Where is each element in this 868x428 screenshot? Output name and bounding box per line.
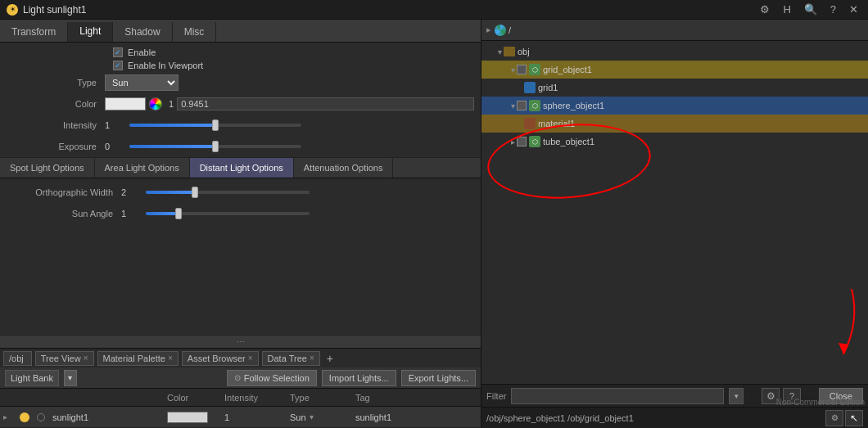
material1-label: material1	[538, 119, 575, 128]
tab-light[interactable]: Light	[68, 22, 113, 42]
bottom-tab-tree[interactable]: Tree View ×	[35, 351, 94, 366]
filter-label: Filter	[486, 391, 506, 401]
h-icon[interactable]: H	[780, 2, 793, 17]
close-data-tab[interactable]: ×	[310, 354, 314, 363]
search-icon[interactable]: 🔍	[801, 2, 821, 17]
path-text: /obj/sphere_object1 /obj/grid_object1	[486, 413, 825, 423]
ortho-width-label: Orthographic Width	[7, 187, 121, 197]
tab-transform[interactable]: Transform	[0, 22, 68, 42]
path-cursor-btn[interactable]: ↖	[845, 410, 863, 426]
exposure-slider[interactable]	[129, 145, 301, 148]
path-action-btn1[interactable]: ⚙	[825, 410, 843, 426]
light-bank-arrow[interactable]: ▾	[64, 370, 77, 386]
bottom-tab-material-label: Material Palette	[103, 354, 165, 363]
close-asset-tab[interactable]: ×	[248, 354, 253, 363]
grid-obj-label: grid_object1	[543, 65, 592, 74]
tree-item-grid-object1[interactable]: ▾ ⬡ grid_object1	[481, 61, 868, 79]
color-row: Color 1 0.9451	[7, 95, 474, 113]
tree-item-sphere-object1[interactable]: ▾ ⬡ sphere_object1	[481, 97, 868, 115]
sub-tab-distant[interactable]: Distant Light Options	[190, 158, 294, 178]
follow-selection-btn[interactable]: ⊙ Follow Selection	[227, 370, 317, 386]
sphere-obj-checkbox	[517, 101, 527, 110]
tree-item-grid1[interactable]: grid1	[481, 79, 868, 97]
enable-viewport-label: Enable In Viewport	[128, 61, 203, 70]
title-text: Light sunlight1	[23, 4, 86, 16]
export-lights-btn[interactable]: Export Lights...	[401, 370, 476, 386]
expand-handle[interactable]: ⋯	[237, 337, 245, 346]
type-select[interactable]: Sun Point Spot Area	[105, 74, 179, 91]
tab-misc[interactable]: Misc	[173, 22, 217, 42]
import-lights-btn[interactable]: Import Lights...	[322, 370, 396, 386]
close-tree-tab[interactable]: ×	[84, 354, 88, 363]
sub-tab-spot[interactable]: Spot Light Options	[0, 158, 95, 178]
close-icon[interactable]: ✕	[846, 2, 861, 17]
tube-obj-label: tube_object1	[543, 137, 594, 146]
sun-angle-row: Sun Angle 1	[7, 205, 474, 223]
breadcrumb-collapse-icon[interactable]: ▸	[486, 25, 491, 35]
bottom-tab-data[interactable]: Data Tree ×	[262, 351, 320, 366]
tree-item-obj[interactable]: ▾ obj	[481, 43, 868, 61]
sphere-obj-arrow: ▾	[511, 101, 515, 110]
grid-obj-checkbox	[517, 65, 527, 74]
intensity-label: Intensity	[7, 120, 105, 130]
enable-viewport-checkbox[interactable]	[113, 61, 123, 70]
color-wheel[interactable]	[149, 97, 162, 110]
bottom-tab-asset[interactable]: Asset Browser ×	[182, 351, 259, 366]
color-num: 1	[169, 99, 174, 109]
tree-item-tube-object1[interactable]: ▸ ⬡ tube_object1	[481, 133, 868, 151]
light-bank-label: Light Bank	[5, 370, 59, 386]
light-list-header: Color Intensity Type Tag	[0, 389, 481, 407]
tree-item-material1[interactable]: material1	[481, 115, 868, 133]
col-tag-header: Tag	[352, 393, 481, 403]
sun-angle-val: 1	[121, 209, 138, 219]
list-circle	[33, 413, 49, 421]
close-material-tab[interactable]: ×	[168, 354, 173, 363]
light-list-row[interactable]: ▸ sunlight1 1 Sun ▾ sunlight1	[0, 407, 481, 428]
help-icon[interactable]: ?	[827, 2, 839, 17]
color-swatch[interactable]	[105, 97, 146, 110]
sun-angle-label: Sun Angle	[7, 209, 121, 219]
light-color-box	[167, 412, 208, 423]
light-circle-icon	[37, 413, 45, 421]
bottom-tab-material[interactable]: Material Palette ×	[97, 351, 179, 366]
grid1-label: grid1	[538, 83, 558, 92]
ortho-width-slider[interactable]	[146, 191, 310, 194]
sphere-obj-label: sphere_object1	[543, 101, 604, 110]
exposure-row: Exposure 0	[7, 137, 474, 155]
tube-obj-icon: ⬡	[529, 136, 540, 147]
light-name-cell: sunlight1	[49, 412, 164, 422]
type-arrow[interactable]: ▾	[310, 412, 314, 421]
light-color-cell	[164, 412, 221, 423]
bottom-tab-data-label: Data Tree	[268, 354, 307, 363]
light-intensity-cell: 1	[221, 412, 287, 422]
tube-obj-checkbox	[517, 137, 527, 146]
sub-tab-attenuation[interactable]: Attenuation Options	[294, 158, 394, 178]
sub-tab-area[interactable]: Area Light Options	[95, 158, 190, 178]
sun-angle-slider[interactable]	[146, 212, 310, 215]
light-type-cell: Sun ▾	[287, 412, 352, 422]
enable-checkbox[interactable]	[113, 47, 123, 57]
ortho-width-val: 2	[121, 187, 138, 197]
color-label: Color	[7, 99, 105, 109]
list-status-icon	[16, 412, 33, 422]
filter-input[interactable]	[511, 388, 724, 404]
follow-icon: ⊙	[234, 373, 241, 382]
settings-icon[interactable]: ⚙	[757, 2, 773, 17]
scene-tree: ▾ obj ▾ ⬡ grid_object1	[481, 41, 868, 384]
intensity-row: Intensity 1	[7, 116, 474, 134]
col-color-header: Color	[164, 393, 221, 403]
sphere-obj-icon: ⬡	[529, 100, 540, 111]
intensity-slider[interactable]	[129, 124, 301, 127]
scene-tree-breadcrumb: ▸ /	[481, 20, 868, 41]
add-tab-btn[interactable]: +	[323, 352, 337, 365]
right-panel-inner: ▸ / ▾ obj ▾ ⬡	[481, 20, 868, 428]
bottom-tab-obj[interactable]: /obj	[3, 351, 32, 366]
material1-icon	[524, 118, 536, 129]
filter-dropdown-btn[interactable]: ▾	[729, 388, 744, 404]
grid1-icon	[524, 82, 536, 93]
obj-label: obj	[518, 47, 530, 56]
bottom-tab-asset-label: Asset Browser	[188, 354, 246, 363]
light-tag-cell: sunlight1	[352, 412, 481, 422]
title-bar: ☀ Light sunlight1 ⚙ H 🔍 ? ✕	[0, 0, 868, 20]
tab-shadow[interactable]: Shadow	[113, 22, 172, 42]
